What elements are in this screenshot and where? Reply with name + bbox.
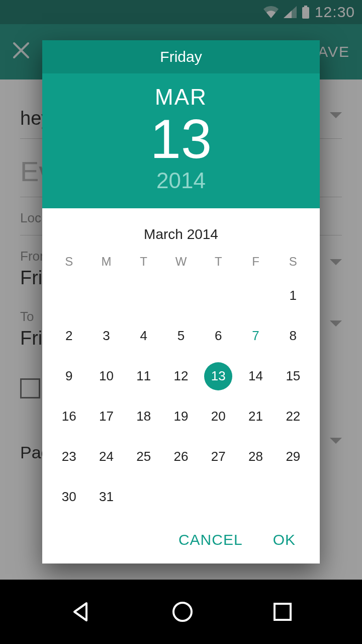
calendar-day[interactable]: 13 — [200, 356, 237, 396]
calendar-day[interactable]: 30 — [50, 477, 87, 517]
calendar-day[interactable]: 14 — [237, 356, 274, 396]
calendar-day[interactable]: 11 — [125, 356, 162, 396]
calendar-day[interactable]: 27 — [200, 437, 237, 477]
calendar-day[interactable]: 19 — [162, 396, 200, 437]
calendar-dow: M — [87, 248, 125, 276]
calendar-day[interactable]: 7 — [237, 316, 274, 356]
calendar-day — [237, 477, 274, 517]
calendar-dow: W — [162, 248, 200, 276]
calendar-day[interactable]: 22 — [275, 396, 312, 437]
calendar-day[interactable]: 9 — [50, 356, 87, 396]
calendar-day — [87, 276, 125, 316]
calendar-day[interactable]: 3 — [87, 316, 125, 356]
calendar-month-title: March 2014 — [50, 226, 312, 243]
picker-header: MAR 13 2014 — [42, 73, 320, 208]
calendar-dow: T — [125, 248, 162, 276]
calendar-day — [162, 276, 200, 316]
svg-point-2 — [173, 603, 192, 621]
picker-weekday: Friday — [42, 40, 320, 73]
recent-apps-icon[interactable] — [273, 602, 293, 622]
calendar-day[interactable]: 5 — [162, 316, 200, 356]
calendar-day — [125, 276, 162, 316]
date-picker-dialog: Friday MAR 13 2014 March 2014 SMTWTFS 12… — [42, 40, 320, 564]
calendar-day[interactable]: 29 — [275, 437, 312, 477]
calendar-dow: T — [200, 248, 237, 276]
calendar-grid: March 2014 SMTWTFS 123456789101112131415… — [42, 208, 320, 517]
calendar-dow: F — [237, 248, 274, 276]
calendar-day[interactable]: 28 — [237, 437, 274, 477]
back-icon[interactable] — [69, 600, 93, 623]
calendar-day[interactable]: 31 — [87, 477, 125, 517]
calendar-day[interactable]: 6 — [200, 316, 237, 356]
calendar-day[interactable]: 23 — [50, 437, 87, 477]
calendar-dow: S — [275, 248, 312, 276]
nav-bar — [0, 580, 362, 644]
calendar-day — [200, 477, 237, 517]
dialog-actions: CANCEL OK — [42, 517, 320, 564]
picker-year[interactable]: 2014 — [42, 168, 320, 193]
calendar-day[interactable]: 18 — [125, 396, 162, 437]
picker-month-abbr[interactable]: MAR — [42, 85, 320, 110]
calendar-day — [125, 477, 162, 517]
calendar-day — [237, 276, 274, 316]
calendar-day[interactable]: 8 — [275, 316, 312, 356]
calendar-day[interactable]: 16 — [50, 396, 87, 437]
calendar-day[interactable]: 17 — [87, 396, 125, 437]
calendar-day[interactable]: 25 — [125, 437, 162, 477]
calendar-day[interactable]: 2 — [50, 316, 87, 356]
calendar-day[interactable]: 12 — [162, 356, 200, 396]
calendar-day[interactable]: 10 — [87, 356, 125, 396]
calendar-day — [275, 477, 312, 517]
calendar-dow: S — [50, 248, 87, 276]
calendar-day[interactable]: 15 — [275, 356, 312, 396]
svg-rect-3 — [275, 604, 291, 620]
calendar-day[interactable]: 1 — [275, 276, 312, 316]
calendar-day[interactable]: 4 — [125, 316, 162, 356]
home-icon[interactable] — [171, 600, 194, 623]
calendar-day[interactable]: 21 — [237, 396, 274, 437]
cancel-button[interactable]: CANCEL — [178, 531, 243, 548]
picker-day-big[interactable]: 13 — [42, 110, 320, 168]
calendar-day[interactable]: 26 — [162, 437, 200, 477]
calendar-day — [162, 477, 200, 517]
calendar-day[interactable]: 20 — [200, 396, 237, 437]
calendar-day — [50, 276, 87, 316]
calendar-day[interactable]: 24 — [87, 437, 125, 477]
ok-button[interactable]: OK — [273, 531, 296, 548]
calendar-day — [200, 276, 237, 316]
